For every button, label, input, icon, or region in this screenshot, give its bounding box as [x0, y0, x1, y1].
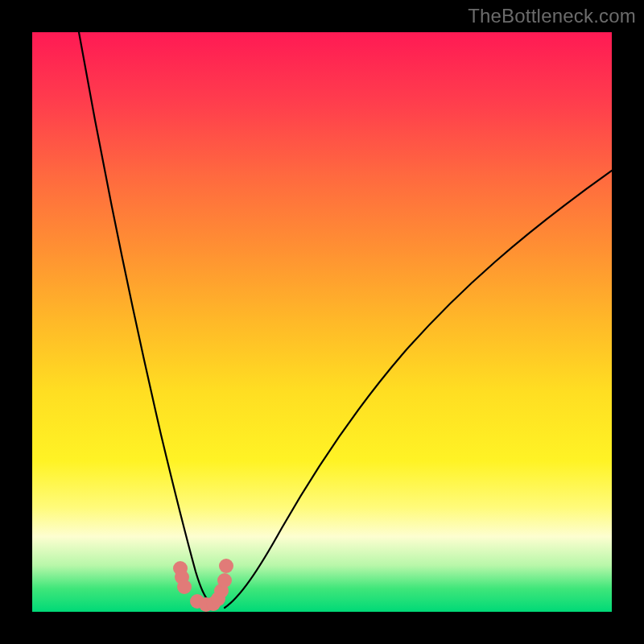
svg-point-8 [217, 573, 232, 588]
curve-left-branch [79, 32, 212, 605]
svg-point-2 [177, 580, 192, 594]
watermark-text: TheBottleneck.com [468, 5, 636, 27]
plot-area [32, 32, 612, 612]
curve-layer [32, 32, 612, 612]
chart-frame: TheBottleneck.com [0, 0, 644, 644]
valley-dots [173, 559, 233, 612]
svg-point-9 [219, 559, 233, 573]
curve-right-branch [225, 171, 612, 608]
